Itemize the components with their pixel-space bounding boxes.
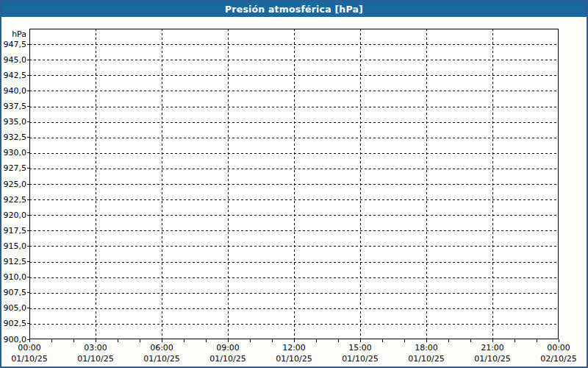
y-axis-label: 940,0 xyxy=(1,86,26,96)
v-gridline xyxy=(96,29,96,339)
chart-window: Presión atmosférica [hPa] hPa 947,5945,0… xyxy=(0,0,588,368)
y-axis-tick xyxy=(27,60,29,60)
y-axis-tick xyxy=(27,308,29,308)
y-axis-tick xyxy=(27,91,29,91)
y-axis-tick xyxy=(27,199,29,200)
y-axis-label: 915,0 xyxy=(1,241,26,251)
y-axis-label: 942,5 xyxy=(1,71,26,80)
y-axis-label: 905,0 xyxy=(1,303,26,313)
y-axis-label: 935,0 xyxy=(1,117,26,127)
y-axis-label: 917,5 xyxy=(1,226,26,236)
chart-body: hPa 947,5945,0942,5940,0937,5935,0932,59… xyxy=(1,17,587,367)
x-axis-label: 06:00 01/10/25 xyxy=(138,342,185,364)
y-axis-label: 945,0 xyxy=(1,55,26,65)
v-gridline xyxy=(360,29,361,339)
v-gridline xyxy=(228,29,229,339)
y-axis-tick xyxy=(27,168,29,169)
y-axis-label: 925,0 xyxy=(1,180,26,189)
y-axis-label: 910,0 xyxy=(1,272,26,282)
y-axis-tick xyxy=(27,137,29,138)
x-axis-label: 00:00 02/10/25 xyxy=(535,342,582,364)
y-axis-tick xyxy=(27,152,29,153)
y-axis-tick xyxy=(27,106,29,107)
y-axis-tick xyxy=(27,277,29,277)
y-axis-tick xyxy=(27,246,29,247)
y-axis-label: 930,0 xyxy=(1,148,26,158)
y-axis-label: 937,5 xyxy=(1,102,26,111)
y-axis-label: 912,5 xyxy=(1,257,26,266)
y-axis-tick xyxy=(27,323,29,324)
y-axis-tick xyxy=(27,230,29,231)
y-axis-label: 922,5 xyxy=(1,195,26,205)
y-axis-tick xyxy=(27,261,29,262)
y-axis-label: 947,5 xyxy=(1,40,26,49)
x-axis-label: 15:00 01/10/25 xyxy=(337,342,384,364)
v-gridline xyxy=(426,29,427,339)
y-axis-label: 920,0 xyxy=(1,210,26,220)
v-gridline xyxy=(294,29,295,339)
x-axis-label: 03:00 01/10/25 xyxy=(72,342,119,364)
x-axis-label: 21:00 01/10/25 xyxy=(469,342,516,364)
chart-title: Presión atmosférica [hPa] xyxy=(225,4,363,15)
y-axis-unit-label: hPa xyxy=(1,29,26,39)
x-axis-label: 00:00 01/10/25 xyxy=(6,342,53,364)
y-axis-tick xyxy=(27,121,29,122)
x-axis-label: 12:00 01/10/25 xyxy=(270,342,318,364)
y-axis-tick xyxy=(27,292,29,293)
x-axis-label: 18:00 01/10/25 xyxy=(403,342,450,364)
y-axis-label: 902,5 xyxy=(1,319,26,328)
y-axis-tick xyxy=(27,215,29,216)
v-gridline xyxy=(492,29,493,339)
y-axis-tick xyxy=(27,75,29,76)
y-axis-tick xyxy=(27,44,29,45)
y-axis-label: 927,5 xyxy=(1,163,26,173)
y-axis-tick xyxy=(27,184,29,185)
y-axis-label: 932,5 xyxy=(1,132,26,142)
v-gridline xyxy=(162,29,162,339)
chart-title-bar: Presión atmosférica [hPa] xyxy=(1,1,587,17)
x-axis-label: 09:00 01/10/25 xyxy=(204,342,251,364)
y-axis-label: 907,5 xyxy=(1,288,26,297)
